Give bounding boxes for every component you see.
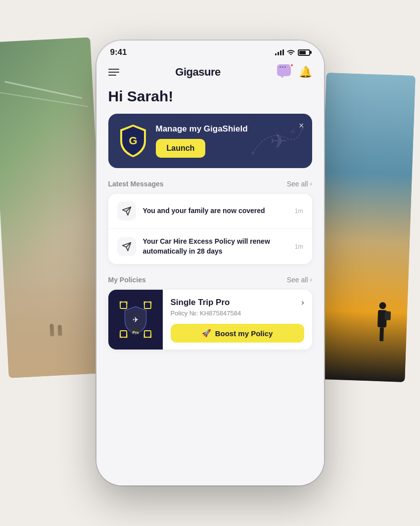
message-send-icon-2 [117,237,136,256]
messages-card: You and your family are now covered 1m Y… [108,194,312,264]
phone-frame: 9:41 Gigasure [96,41,324,485]
message-send-icon [117,202,136,220]
policy-chevron-icon: › [301,298,304,307]
policy-name-row: Single Trip Pro › [171,298,304,307]
battery-icon [298,49,310,56]
status-icons [275,49,310,56]
boost-label: Boost my Policy [215,329,273,338]
notification-dot [290,63,294,67]
status-time: 9:41 [110,47,127,57]
launch-button[interactable]: Launch [156,139,206,158]
greeting-text: Hi Sarah! [108,88,312,105]
svg-rect-5 [120,331,127,337]
policy-card: ✈ Pro Single Trip Pro › Policy №: KH8758… [108,290,312,350]
wifi-icon [287,49,295,56]
svg-rect-3 [120,302,127,308]
svg-text:Pro: Pro [132,330,139,335]
svg-rect-4 [144,302,150,308]
chat-icon-wrapper[interactable] [277,64,293,80]
svg-rect-6 [144,331,150,337]
hamburger-menu[interactable] [108,69,119,76]
policy-details: Single Trip Pro › Policy №: KH875847584 … [163,290,312,350]
gigashield-banner: G Manage my GigaShield Launch × [108,114,312,168]
boost-rocket-icon: 🚀 [202,329,211,338]
background-photo-right [316,73,416,382]
policy-icon-block: ✈ Pro [108,290,163,350]
notification-bell-icon[interactable]: 🔔 [299,66,312,79]
svg-text:G: G [129,134,137,147]
see-all-label: See all [287,180,308,188]
message-text-1: You and your family are now covered [143,206,288,216]
top-navigation: Gigasure 🔔 [108,60,312,88]
policies-see-all[interactable]: See all › [287,276,312,284]
signal-icon [275,49,284,55]
message-item[interactable]: Your Car Hire Excess Policy will renew a… [108,228,312,264]
boost-policy-button[interactable]: 🚀 Boost my Policy [171,324,304,343]
app-logo: Gigasure [175,66,220,79]
see-all-chevron-icon: › [310,180,312,187]
background-photo-left [0,37,108,378]
message-text-2: Your Car Hire Excess Policy will renew a… [143,237,288,256]
gigashield-logo: G [118,124,148,158]
policies-see-all-chevron-icon: › [310,276,312,283]
banner-close-button[interactable]: × [299,121,304,131]
message-time-2: 1m [295,243,303,250]
svg-point-0 [251,152,254,155]
policy-number: Policy №: KH875847584 [171,309,304,317]
latest-messages-header: Latest Messages See all › [108,180,312,188]
nav-icons: 🔔 [277,64,312,80]
policy-shield-icon: ✈ Pro [118,301,153,338]
latest-messages-title: Latest Messages [108,180,164,188]
banner-text: Manage my GigaShield Launch [156,124,302,158]
message-item[interactable]: You and your family are now covered 1m [108,194,312,228]
policies-header: My Policies See all › [108,276,312,284]
banner-decoration [248,119,307,158]
message-time-1: 1m [295,208,303,215]
chat-icon [277,64,291,76]
svg-text:✈: ✈ [132,315,139,324]
policies-see-all-label: See all [287,276,308,284]
app-content: Gigasure 🔔 Hi Sarah! [96,60,324,485]
status-bar: 9:41 [96,41,324,60]
messages-see-all[interactable]: See all › [287,180,312,188]
policies-title: My Policies [108,276,146,284]
policy-name: Single Trip Pro [171,298,230,307]
